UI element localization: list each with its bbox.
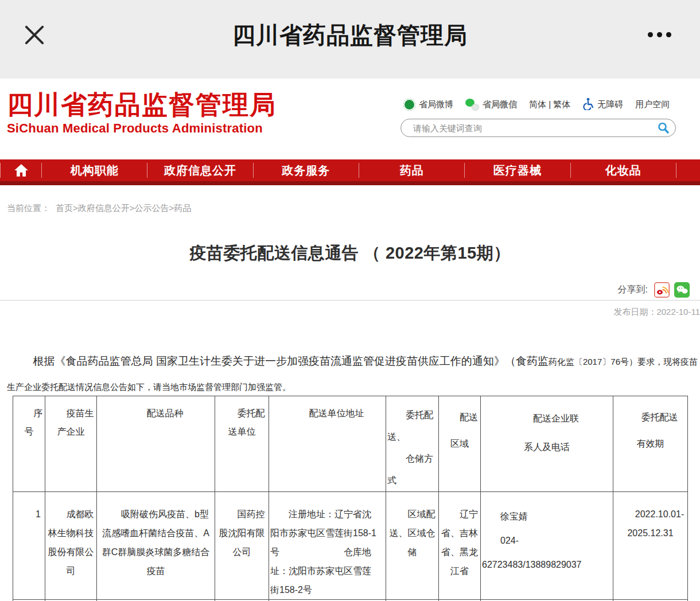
accessibility-label: 无障碍 [597, 99, 623, 110]
more-menu-icon[interactable] [648, 32, 671, 37]
cell-validity: 2022.10.01- 2025.12.31 [613, 492, 688, 600]
utility-links: 省局微博 省局微信 简体 | 繁体 无障碍 用户空间 [403, 97, 670, 112]
search-box [400, 119, 676, 137]
wechat-page-title: 四川省药品监督管理局 [0, 19, 700, 51]
header-product: 配送品种 [97, 396, 215, 492]
body-paragraph: 根据《食品药品监管总局 国家卫生计生委关于进一步加强疫苗流通监管促进疫苗供应工作… [7, 349, 698, 399]
header-delivery-mode: 委托配 送、 仓储方 式 [386, 396, 439, 492]
accessibility-link[interactable]: 无障碍 [582, 97, 623, 112]
nav-item-drugs[interactable]: 药品 [359, 159, 464, 181]
cell-serial: 1 [13, 492, 45, 600]
wechat-link[interactable]: 省局微信 [465, 99, 517, 111]
wechat-icon [465, 99, 479, 111]
cell-product: 吸附破伤风疫苗、b型 流感嗜血杆菌结合疫苗、A 群C群脑膜炎球菌多糖结合 疫苗 [97, 492, 215, 600]
site-header: 四川省药品监督管理局 SiChuan Medical Products Admi… [0, 79, 700, 159]
search-button[interactable] [657, 122, 670, 134]
nav-home[interactable] [1, 159, 41, 181]
table-row: 1 成都欧 林生物科技 股份有限公 司 吸附破伤风疫苗、b型 流感嗜血杆菌结合疫… [13, 492, 688, 600]
cell-delivery-mode: 区域配 送、区域仓 储 [386, 492, 439, 600]
header-company-address: 配送单位地址 [269, 396, 386, 492]
weibo-label: 省局微博 [419, 99, 453, 110]
search-input[interactable] [412, 123, 657, 134]
page: 四川省药品监督管理局 四川省药品监督管理局 SiChuan Medical Pr… [0, 0, 700, 601]
divider [0, 300, 700, 300]
vaccine-delivery-table: 序 号 疫苗生 产企业 配送品种 委托配 送单位 配送单位地址 委托配 送、 仓… [13, 396, 688, 601]
share-label: 分享到: [618, 284, 648, 296]
share-wechat-icon[interactable] [674, 282, 690, 298]
simplified-traditional-toggle[interactable]: 简体 | 繁体 [529, 99, 570, 110]
main-nav: 机构职能 政府信息公开 政务服务 药品 医疗器械 化妆品 [0, 159, 700, 185]
cell-manufacturer: 成都欧 林生物科技 股份有限公 司 [45, 492, 97, 600]
search-icon [657, 122, 670, 134]
nav-item-cosmetics[interactable]: 化妆品 [571, 159, 676, 181]
logo-english: SiChuan Medical Products Administration [7, 121, 277, 136]
header-contact: 配送企业联 系人及电话 [481, 396, 613, 492]
nav-item-functions[interactable]: 机构职能 [42, 159, 147, 181]
weibo-link[interactable]: 省局微博 [403, 99, 453, 111]
cell-company-address: 注册地址：辽宁省沈 阳市苏家屯区雪莲街158-1 号 仓库地 址：沈阳市苏家屯区… [269, 492, 386, 600]
header-manufacturer: 疫苗生 产企业 [45, 396, 97, 492]
site-logo[interactable]: 四川省药品监督管理局 SiChuan Medical Products Admi… [7, 91, 277, 136]
header-region: 配送 区域 [439, 396, 481, 492]
logo-chinese: 四川省药品监督管理局 [7, 91, 277, 119]
wechat-label: 省局微信 [483, 99, 517, 110]
page-title: 疫苗委托配送信息通告 （ 2022年第15期） [0, 242, 700, 265]
breadcrumb-label: 当前位置： [7, 203, 50, 213]
header-serial: 序 号 [13, 396, 45, 492]
breadcrumb: 当前位置：首页>政府信息公开>公示公告>药品 [7, 203, 191, 214]
nav-item-medical-devices[interactable]: 医疗器械 [465, 159, 570, 181]
home-icon [14, 163, 29, 177]
header-validity: 委托配送 有效期 [613, 396, 688, 492]
nav-item-gov-info[interactable]: 政府信息公开 [147, 159, 252, 181]
cell-delivery-company: 国药控 股沈阳有限 公司 [215, 492, 269, 600]
paragraph-main: 根据《食品药品监管总局 国家卫生计生委关于进一步加强疫苗流通监管促进疫苗供应工作… [33, 355, 549, 367]
cell-contact: 徐宝婧 024- 62723483/13889829037 [481, 492, 613, 600]
user-space-link[interactable]: 用户空间 [635, 99, 670, 110]
table-header-row: 序 号 疫苗生 产企业 配送品种 委托配 送单位 配送单位地址 委托配 送、 仓… [13, 396, 688, 492]
nav-item-services[interactable]: 政务服务 [254, 159, 359, 181]
accessibility-icon [582, 97, 594, 112]
breadcrumb-path[interactable]: 首页>政府信息公开>公示公告>药品 [56, 203, 191, 213]
weibo-icon [403, 99, 415, 111]
header-delivery-company: 委托配 送单位 [215, 396, 269, 492]
publish-date: 发布日期：2022-10-11 [613, 307, 700, 318]
share-row: 分享到: [618, 282, 690, 298]
wechat-titlebar: 四川省药品监督管理局 [0, 0, 700, 79]
cell-region: 辽宁 省、吉林 省、黑龙 江省 [439, 492, 481, 600]
share-weibo-icon[interactable] [654, 282, 670, 298]
